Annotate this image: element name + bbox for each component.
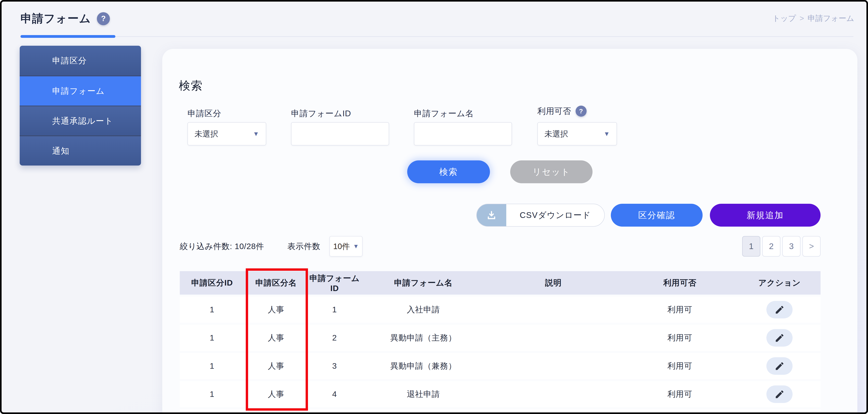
pencil-icon: [774, 305, 785, 315]
edit-button[interactable]: [766, 385, 793, 403]
application-form-name-input[interactable]: [414, 122, 512, 145]
label-application-form-name: 申請フォーム名: [414, 108, 474, 119]
active-tab-underline: [21, 35, 115, 38]
app-window: 申請フォーム ? トップ > 申請フォーム 申請区分 申請フォーム 共通承認ルー…: [0, 0, 868, 414]
pagination-next-button[interactable]: >: [802, 236, 820, 257]
cell-category-id: 1: [180, 333, 244, 343]
availability-select-value: 未選択: [545, 128, 568, 139]
breadcrumb-separator: >: [800, 14, 804, 23]
cell-category-name: 人事: [244, 332, 308, 343]
application-category-select[interactable]: 未選択 ▼: [187, 122, 266, 145]
csv-download-button[interactable]: CSVダウンロード: [476, 204, 605, 227]
search-heading: 検索: [179, 78, 203, 93]
cell-form-name: 異動申請（主務）: [361, 332, 486, 343]
cell-category-name: 人事: [244, 361, 308, 372]
cell-form-id: 4: [308, 390, 361, 399]
application-category-select-value: 未選択: [194, 128, 218, 139]
cell-category-id: 1: [180, 361, 244, 371]
add-new-button[interactable]: 新規追加: [710, 204, 820, 227]
col-header-availability: 利用可否: [621, 277, 738, 288]
col-header-category-id: 申請区分ID: [180, 277, 244, 288]
table-row: 1 人事 4 退社申請 利用可: [180, 381, 820, 407]
cell-category-id: 1: [180, 390, 244, 399]
pagination-page-1[interactable]: 1: [742, 236, 760, 257]
sidebar: 申請区分 申請フォーム 共通承認ルート 通知: [20, 46, 141, 166]
pagination-page-3[interactable]: 3: [782, 236, 801, 257]
download-icon: [477, 204, 506, 226]
col-header-form-name: 申請フォーム名: [361, 277, 486, 288]
pencil-icon: [774, 389, 785, 400]
filtered-count: 絞り込み件数: 10/28件: [180, 241, 264, 252]
breadcrumb-current: 申請フォーム: [808, 13, 854, 24]
edit-button[interactable]: [766, 329, 793, 347]
table-row: 1 人事 2 異動申請（主務） 利用可: [180, 325, 820, 351]
cell-category-name: 人事: [244, 389, 308, 400]
page-size-value: 10件: [333, 241, 350, 252]
availability-select[interactable]: 未選択 ▼: [537, 122, 617, 145]
cell-form-id: 2: [308, 333, 361, 343]
page-title: 申請フォーム: [21, 11, 91, 26]
label-application-category: 申請区分: [187, 108, 221, 119]
col-header-description: 説明: [486, 277, 621, 288]
chevron-down-icon: ▼: [603, 130, 610, 138]
cell-availability: 利用可: [621, 304, 738, 315]
page-header: 申請フォーム ?: [21, 11, 110, 26]
cell-form-name: 入社申請: [361, 304, 486, 315]
pencil-icon: [774, 361, 785, 371]
edit-button[interactable]: [766, 301, 793, 319]
application-form-table: 申請区分ID 申請区分名 申請フォームID 申請フォーム名 説明 利用可否 アク…: [180, 271, 820, 414]
main-panel: 検索 申請区分 申請フォームID 申請フォーム名 利用可否 ? 未選択 ▼ 未選…: [162, 49, 857, 414]
label-availability-text: 利用可否: [537, 106, 571, 117]
cell-form-name: 異動申請（兼務）: [361, 361, 486, 372]
pagination: 1 2 3 >: [742, 236, 820, 257]
edit-button[interactable]: [766, 357, 793, 375]
sidebar-item-application-form[interactable]: 申請フォーム: [20, 76, 141, 106]
search-button[interactable]: 検索: [407, 160, 490, 183]
sidebar-item-common-approval-route[interactable]: 共通承認ルート: [20, 106, 141, 136]
table-row: 1 人事 1 入社申請 利用可: [180, 297, 820, 323]
cell-category-id: 1: [180, 305, 244, 314]
page-size-label: 表示件数: [287, 241, 320, 252]
col-header-category-name: 申請区分名: [244, 277, 308, 288]
cell-form-id: 1: [308, 305, 361, 314]
table-row: 1 人事 3 異動申請（兼務） 利用可: [180, 353, 820, 379]
sidebar-item-notification[interactable]: 通知: [20, 136, 141, 166]
cell-category-name: 人事: [244, 304, 308, 315]
sidebar-item-application-category[interactable]: 申請区分: [20, 46, 141, 76]
application-form-id-input[interactable]: [291, 122, 389, 145]
pagination-page-2[interactable]: 2: [762, 236, 780, 257]
cell-form-id: 3: [308, 361, 361, 371]
pencil-icon: [774, 333, 785, 343]
page-help-icon[interactable]: ?: [97, 12, 110, 25]
header-divider: [21, 36, 854, 37]
breadcrumb-home-link[interactable]: トップ: [773, 13, 796, 24]
list-controls: 絞り込み件数: 10/28件 表示件数 10件 ▼ 1 2 3 >: [180, 235, 820, 257]
label-application-form-id: 申請フォームID: [291, 108, 351, 119]
col-header-form-id: 申請フォームID: [308, 273, 361, 293]
cell-form-name: 退社申請: [361, 389, 486, 400]
cell-availability: 利用可: [621, 332, 738, 343]
availability-help-icon[interactable]: ?: [576, 106, 587, 117]
cell-availability: 利用可: [621, 389, 738, 400]
breadcrumb: トップ > 申請フォーム: [773, 13, 854, 24]
col-header-action: アクション: [738, 277, 820, 288]
reset-button[interactable]: リセット: [510, 160, 592, 183]
chevron-down-icon: ▼: [353, 243, 359, 250]
chevron-down-icon: ▼: [253, 130, 259, 138]
page-size-select[interactable]: 10件 ▼: [330, 236, 363, 257]
csv-download-label: CSVダウンロード: [506, 204, 604, 226]
cell-availability: 利用可: [621, 361, 738, 372]
table-header-row: 申請区分ID 申請区分名 申請フォームID 申請フォーム名 説明 利用可否 アク…: [180, 271, 820, 295]
label-availability: 利用可否 ?: [537, 106, 587, 117]
table-row-partial: [180, 409, 820, 414]
category-check-button[interactable]: 区分確認: [611, 204, 703, 227]
